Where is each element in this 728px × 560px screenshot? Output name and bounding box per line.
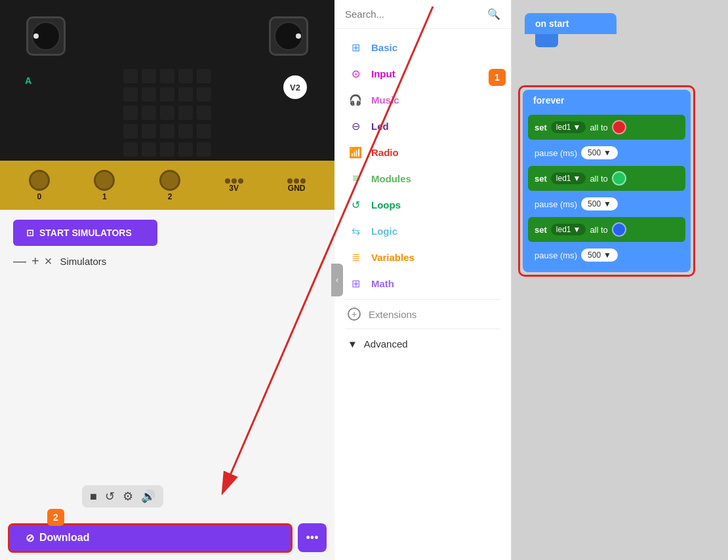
- forever-container: forever set led1 ▼ all to pause (ms): [518, 85, 695, 277]
- all-to-label-3: all to: [590, 225, 607, 235]
- menu-item-extensions[interactable]: + Extensions: [334, 302, 511, 326]
- music-label: Music: [371, 94, 399, 106]
- logic-label: Logic: [371, 226, 397, 237]
- download-area: 2 ⊘ Download •••: [0, 515, 334, 560]
- toolbar-row: — + × Simulators: [13, 254, 321, 269]
- button-a[interactable]: [26, 16, 66, 56]
- modules-icon: ≡: [348, 170, 363, 186]
- modules-label: Modules: [371, 173, 411, 184]
- simulator-screen: A V2 0 1 2 3V: [0, 0, 334, 210]
- pause-block-1[interactable]: pause (ms) 500 ▼: [528, 142, 659, 163]
- extensions-icon: +: [348, 308, 361, 321]
- set-block-blue[interactable]: set led1 ▼ all to: [528, 217, 685, 242]
- menu-item-input[interactable]: ⊙ Input: [334, 60, 511, 87]
- advanced-label: Advanced: [364, 338, 408, 350]
- led-grid: [123, 69, 211, 157]
- pause-value-2[interactable]: 500 ▼: [581, 197, 618, 210]
- menu-item-led[interactable]: ⊖ Led: [334, 113, 511, 139]
- annotation-arrow: [512, 0, 728, 560]
- restart-button[interactable]: ↺: [105, 489, 115, 504]
- all-to-label-1: all to: [590, 123, 607, 132]
- led1-dropdown-2[interactable]: led1 ▼: [551, 172, 586, 184]
- download-button[interactable]: ⊘ Download: [8, 523, 293, 553]
- sound-button[interactable]: 🔊: [141, 489, 155, 504]
- radio-label: Radio: [371, 147, 399, 158]
- menu-item-loops[interactable]: ↺ Loops: [334, 191, 511, 218]
- extensions-label: Extensions: [369, 309, 416, 320]
- forever-body: set led1 ▼ all to pause (ms) 500 ▼: [523, 111, 691, 272]
- set-label-3: set: [535, 225, 547, 235]
- input-icon: ⊙: [348, 66, 363, 81]
- stop-button[interactable]: ■: [90, 490, 97, 504]
- pause-label-2: pause (ms): [535, 199, 577, 209]
- badge-1: 1: [489, 69, 506, 86]
- menu-item-modules[interactable]: ≡ Modules: [334, 165, 511, 191]
- basic-icon: ⊞: [348, 39, 363, 55]
- sim-controls: ■ ↺ ⚙ 🔊: [82, 485, 163, 508]
- set-block-green[interactable]: set led1 ▼ all to: [528, 166, 685, 191]
- menu-item-variables[interactable]: ≣ Variables: [334, 244, 511, 270]
- input-label: Input: [371, 68, 395, 79]
- badge-2: 2: [47, 509, 64, 526]
- minus-icon[interactable]: —: [13, 254, 26, 269]
- loops-icon: ↺: [348, 197, 363, 212]
- menu-item-radio[interactable]: 📶 Radio: [334, 139, 511, 165]
- variables-icon: ≣: [348, 249, 363, 265]
- pause-label-3: pause (ms): [535, 250, 577, 260]
- version-badge: V2: [283, 75, 307, 99]
- pause-value-3[interactable]: 500 ▼: [581, 249, 618, 262]
- forever-block[interactable]: forever: [523, 90, 691, 111]
- radio-icon: 📶: [348, 144, 363, 160]
- menu-item-logic[interactable]: ⇆ Logic: [334, 218, 511, 244]
- middle-panel: 🔍 ⊞ Basic ⊙ Input 🎧 Music ⊖ Led 📶 Radio …: [334, 0, 512, 560]
- color-circle-blue[interactable]: [612, 222, 626, 237]
- on-start-block[interactable]: on start: [525, 13, 617, 47]
- right-panel: on start forever set led1 ▼ all to: [512, 0, 728, 560]
- block-menu: ⊞ Basic ⊙ Input 🎧 Music ⊖ Led 📶 Radio ≡ …: [334, 29, 511, 560]
- all-to-label-2: all to: [590, 174, 607, 184]
- loops-label: Loops: [371, 199, 401, 210]
- more-button[interactable]: •••: [298, 523, 327, 552]
- pin-row: 0 1 2 3V GND: [0, 161, 334, 210]
- variables-label: Variables: [371, 252, 415, 263]
- pause-block-2[interactable]: pause (ms) 500 ▼: [528, 193, 659, 214]
- pause-label-1: pause (ms): [535, 148, 577, 158]
- set-label-2: set: [535, 174, 547, 184]
- set-block-red[interactable]: set led1 ▼ all to: [528, 115, 685, 140]
- menu-item-math[interactable]: ⊞ Math: [334, 270, 511, 296]
- color-circle-green[interactable]: [612, 171, 626, 186]
- menu-item-music[interactable]: 🎧 Music: [334, 87, 511, 113]
- logic-icon: ⇆: [348, 223, 363, 239]
- led-icon: ⊖: [348, 118, 363, 134]
- advanced-row[interactable]: ▼ Advanced: [334, 332, 511, 356]
- math-label: Math: [371, 278, 394, 289]
- close-icon[interactable]: ×: [45, 254, 52, 269]
- on-start-label: on start: [525, 13, 617, 34]
- basic-label: Basic: [371, 42, 397, 53]
- button-b[interactable]: [269, 16, 308, 56]
- music-icon: 🎧: [348, 92, 363, 108]
- chevron-down-icon: ▼: [348, 338, 357, 350]
- label-a: A: [25, 75, 31, 86]
- led1-dropdown-1[interactable]: led1 ▼: [551, 121, 586, 133]
- collapse-handle[interactable]: ‹: [331, 264, 343, 296]
- led-label: Led: [371, 121, 389, 132]
- simulators-label: Simulators: [60, 256, 106, 267]
- start-simulators-button[interactable]: ⊡ START SIMULATORS: [13, 220, 157, 246]
- math-icon: ⊞: [348, 275, 363, 291]
- blocks-area: on start forever set led1 ▼ all to: [512, 0, 728, 560]
- simulator-icon: ⊡: [26, 228, 34, 238]
- pause-value-1[interactable]: 500 ▼: [581, 146, 618, 159]
- debug-button[interactable]: ⚙: [123, 489, 133, 504]
- search-icon: 🔍: [487, 8, 500, 20]
- pause-block-3[interactable]: pause (ms) 500 ▼: [528, 245, 659, 266]
- plus-icon[interactable]: +: [31, 254, 39, 269]
- color-circle-red[interactable]: [612, 120, 626, 134]
- search-input[interactable]: [345, 9, 482, 20]
- led1-dropdown-3[interactable]: led1 ▼: [551, 224, 586, 235]
- set-label-1: set: [535, 123, 547, 132]
- menu-item-basic[interactable]: ⊞ Basic: [334, 34, 511, 60]
- search-bar: 🔍: [334, 0, 511, 29]
- link-icon: ⊘: [26, 532, 34, 544]
- left-panel: A V2 0 1 2 3V: [0, 0, 334, 560]
